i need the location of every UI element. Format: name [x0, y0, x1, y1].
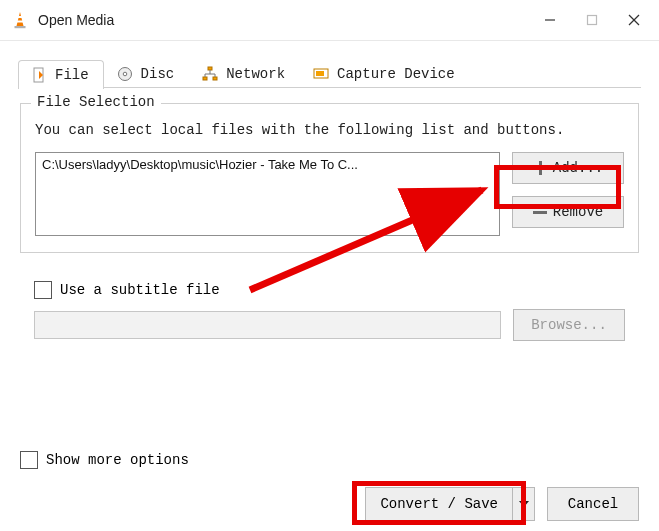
svg-rect-12	[208, 67, 212, 70]
subtitle-checkbox[interactable]	[34, 281, 52, 299]
disc-icon	[117, 66, 133, 82]
minimize-button[interactable]	[529, 4, 571, 36]
titlebar: Open Media	[0, 0, 659, 40]
show-more-label: Show more options	[46, 452, 189, 468]
svg-rect-14	[213, 77, 217, 80]
minus-icon	[533, 205, 547, 219]
file-icon	[31, 67, 47, 83]
tab-disc-label: Disc	[141, 66, 175, 82]
cancel-button-label: Cancel	[568, 496, 618, 512]
svg-rect-2	[17, 21, 24, 23]
file-list[interactable]: C:\Users\ladyy\Desktop\music\Hozier - Ta…	[35, 152, 500, 236]
svg-point-11	[123, 72, 127, 76]
maximize-button[interactable]	[571, 4, 613, 36]
subtitle-path-input	[34, 311, 501, 339]
subtitle-checkbox-label: Use a subtitle file	[60, 282, 220, 298]
svg-marker-17	[519, 501, 529, 507]
add-button[interactable]: Add...	[512, 152, 624, 184]
browse-button-label: Browse...	[531, 317, 607, 333]
svg-rect-5	[588, 16, 597, 25]
tab-disc[interactable]: Disc	[104, 59, 190, 88]
file-list-item[interactable]: C:\Users\ladyy\Desktop\music\Hozier - Ta…	[42, 157, 493, 172]
show-more-checkbox[interactable]	[20, 451, 38, 469]
subtitle-row: Use a subtitle file	[20, 277, 639, 309]
plus-icon	[533, 161, 547, 175]
file-selection-hint: You can select local files with the foll…	[35, 122, 624, 138]
tab-file[interactable]: File	[18, 60, 104, 89]
svg-rect-13	[203, 77, 207, 80]
close-button[interactable]	[613, 4, 655, 36]
tabstrip: File Disc Network Capture Device	[0, 41, 659, 88]
svg-rect-1	[17, 16, 23, 18]
cancel-button[interactable]: Cancel	[547, 487, 639, 521]
tab-network[interactable]: Network	[189, 59, 300, 88]
tab-underline	[18, 87, 641, 88]
chevron-down-icon	[519, 499, 529, 509]
show-more-row: Show more options	[20, 451, 639, 469]
remove-button[interactable]: Remove	[512, 196, 624, 228]
svg-rect-16	[316, 71, 324, 76]
tab-network-label: Network	[226, 66, 285, 82]
convert-save-label[interactable]: Convert / Save	[365, 487, 513, 521]
tab-capture-device[interactable]: Capture Device	[300, 59, 470, 88]
file-selection-title: File Selection	[31, 94, 161, 110]
svg-rect-3	[15, 26, 26, 28]
add-button-label: Add...	[553, 160, 603, 176]
vlc-cone-icon	[10, 10, 30, 30]
tab-file-label: File	[55, 67, 89, 83]
capture-device-icon	[313, 66, 329, 82]
network-icon	[202, 66, 218, 82]
convert-save-button[interactable]: Convert / Save	[365, 487, 535, 521]
browse-button: Browse...	[513, 309, 625, 341]
remove-button-label: Remove	[553, 204, 603, 220]
window-title: Open Media	[38, 12, 529, 28]
svg-marker-0	[17, 12, 24, 26]
tab-capture-label: Capture Device	[337, 66, 455, 82]
convert-save-dropdown[interactable]	[513, 487, 535, 521]
file-selection-group: File Selection You can select local file…	[20, 103, 639, 253]
